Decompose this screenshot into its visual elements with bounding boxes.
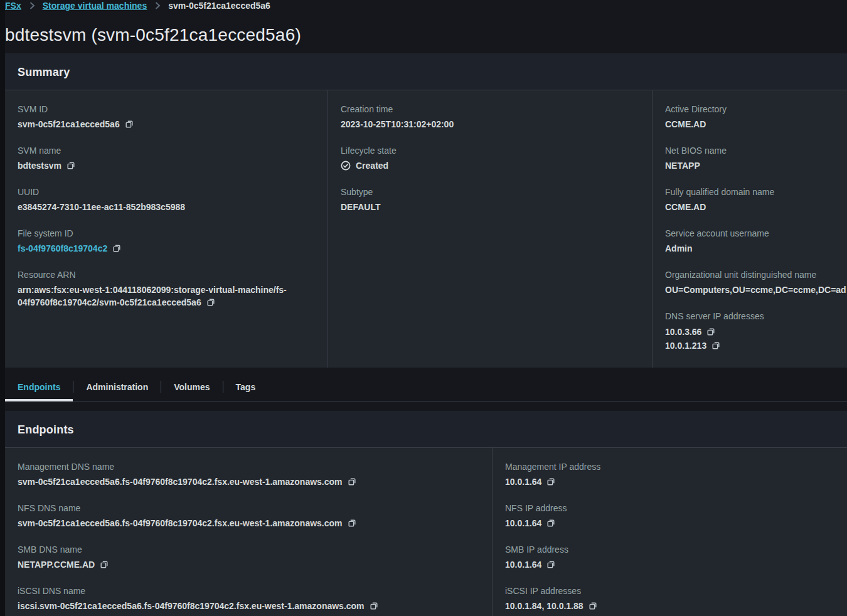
field-iscsi-dns-name: iSCSI DNS name iscsi.svm-0c5f21ca1ecced5… (18, 585, 479, 612)
copy-icon[interactable] (546, 477, 555, 486)
field-management-ip: Management IP address 10.0.1.64 (505, 460, 834, 488)
field-value: CCME.AD (665, 201, 706, 213)
field-label: UUID (18, 186, 315, 198)
field-value: 10.0.1.64 (505, 558, 541, 571)
field-value: svm-0c5f21ca1ecced5a6 (18, 118, 120, 130)
field-subtype: Subtype DEFAULT (341, 186, 639, 213)
breadcrumb-link-fsx[interactable]: FSx (5, 1, 21, 11)
page-left-gutter (0, 0, 5, 616)
field-label: SMB DNS name (18, 543, 479, 556)
field-label: Subtype (341, 186, 639, 198)
copy-icon[interactable] (206, 298, 215, 307)
copy-icon[interactable] (546, 560, 555, 569)
field-label: Fully qualified domain name (665, 186, 846, 198)
field-value: arn:aws:fsx:eu-west-1:044118062099:stora… (18, 285, 287, 307)
endpoints-grid: Management DNS name svm-0c5f21ca1ecced5a… (5, 448, 847, 616)
field-netbios-name: Net BIOS name NETAPP (665, 144, 846, 172)
copy-icon[interactable] (711, 341, 720, 350)
copy-icon[interactable] (125, 120, 134, 129)
endpoints-panel: Endpoints Management DNS name svm-0c5f21… (5, 411, 847, 616)
field-label: SVM name (18, 144, 315, 157)
check-circle-icon (341, 161, 351, 171)
field-svm-id: SVM ID svm-0c5f21ca1ecced5a6 (18, 103, 315, 130)
field-resource-arn: Resource ARN arn:aws:fsx:eu-west-1:04411… (18, 268, 315, 309)
copy-icon[interactable] (348, 519, 356, 528)
field-value: 2023-10-25T10:31:02+02:00 (341, 118, 454, 130)
field-nfs-ip: NFS IP address 10.0.1.64 (505, 502, 834, 529)
tab-tags[interactable]: Tags (223, 373, 269, 401)
field-value: 10.0.1.64 (505, 475, 541, 488)
field-management-dns-name: Management DNS name svm-0c5f21ca1ecced5a… (18, 460, 479, 488)
file-system-link[interactable]: fs-04f9760f8c19704c2 (18, 242, 107, 255)
chevron-right-icon (27, 1, 37, 11)
field-label: Management DNS name (18, 460, 479, 473)
copy-icon[interactable] (546, 519, 555, 528)
copy-icon[interactable] (100, 560, 109, 569)
field-iscsi-ips: iSCSI IP addresses 10.0.1.84, 10.0.1.88 (505, 585, 834, 612)
endpoints-column-1: Management DNS name svm-0c5f21ca1ecced5a… (5, 448, 493, 616)
breadcrumb: FSx Storage virtual machines svm-0c5f21c… (5, 0, 847, 11)
copy-icon[interactable] (112, 244, 121, 253)
field-smb-dns-name: SMB DNS name NETAPP.CCME.AD (18, 543, 479, 571)
summary-panel-header: Summary (5, 53, 847, 90)
field-smb-ip: SMB IP address 10.0.1.64 (505, 543, 834, 571)
field-dns-server-ips: DNS server IP addresses 10.0.3.66 10.0.1… (665, 310, 846, 353)
field-value: 10.0.1.84, 10.0.1.88 (505, 600, 583, 612)
status-badge: Created (356, 159, 388, 172)
field-label: Creation time (341, 103, 639, 115)
field-lifecycle-state: Lifecycle state Created (341, 144, 639, 172)
field-value: OU=Computers,OU=ccme,DC=ccme,DC=ad (665, 284, 846, 296)
field-value: DEFAULT (341, 201, 381, 213)
field-value: 10.0.1.64 (505, 517, 541, 529)
summary-title: Summary (18, 66, 834, 79)
field-value: NETAPP (665, 159, 700, 172)
field-value: e3845274-7310-11ee-ac11-852b983c5988 (18, 201, 185, 213)
field-nfs-dns-name: NFS DNS name svm-0c5f21ca1ecced5a6.fs-04… (18, 502, 479, 529)
breadcrumb-current: svm-0c5f21ca1ecced5a6 (168, 1, 270, 11)
field-label: Active Directory (665, 103, 846, 115)
field-label: Resource ARN (18, 268, 315, 281)
summary-column-2: Creation time 2023-10-25T10:31:02+02:00 … (328, 90, 653, 368)
summary-grid: SVM ID svm-0c5f21ca1ecced5a6 SVM name bd… (5, 90, 847, 368)
chevron-right-icon (152, 1, 162, 11)
tab-endpoints[interactable]: Endpoints (5, 373, 73, 401)
copy-icon[interactable] (67, 161, 75, 170)
field-label: iSCSI IP addresses (505, 585, 834, 597)
field-value: iscsi.svm-0c5f21ca1ecced5a6.fs-04f9760f8… (18, 600, 365, 612)
field-value: NETAPP.CCME.AD (18, 558, 95, 571)
endpoints-title: Endpoints (18, 423, 834, 437)
field-label: SVM ID (18, 103, 315, 115)
field-label: Service account username (665, 227, 846, 240)
endpoints-column-2: Management IP address 10.0.1.64 NFS IP a… (493, 448, 847, 616)
field-value: svm-0c5f21ca1ecced5a6.fs-04f9760f8c19704… (18, 517, 343, 529)
copy-icon[interactable] (706, 327, 715, 336)
field-uuid: UUID e3845274-7310-11ee-ac11-852b983c598… (18, 186, 315, 213)
tab-volumes[interactable]: Volumes (161, 373, 222, 401)
field-service-account-username: Service account username Admin (665, 227, 846, 255)
field-label: NFS DNS name (18, 502, 479, 514)
endpoints-panel-header: Endpoints (5, 411, 847, 448)
field-file-system-id: File system ID fs-04f9760f8c19704c2 (18, 227, 315, 255)
copy-icon[interactable] (348, 477, 356, 486)
tab-administration[interactable]: Administration (73, 373, 161, 401)
copy-icon[interactable] (589, 602, 597, 610)
page-title: bdtestsvm (svm-0c5f21ca1ecced5a6) (5, 25, 847, 45)
field-creation-time: Creation time 2023-10-25T10:31:02+02:00 (341, 103, 639, 130)
field-value: 10.0.3.66 (665, 325, 701, 339)
copy-icon[interactable] (370, 602, 378, 610)
field-value: CCME.AD (665, 118, 706, 130)
field-label: DNS server IP addresses (665, 310, 846, 322)
summary-panel: Summary SVM ID svm-0c5f21ca1ecced5a6 SVM… (5, 53, 847, 368)
field-label: Organizational unit distinguished name (665, 268, 846, 281)
summary-column-1: SVM ID svm-0c5f21ca1ecced5a6 SVM name bd… (5, 90, 328, 368)
field-value: svm-0c5f21ca1ecced5a6.fs-04f9760f8c19704… (18, 475, 343, 488)
breadcrumb-link-storage-virtual-machines[interactable]: Storage virtual machines (43, 1, 147, 11)
field-label: Lifecycle state (341, 144, 639, 157)
summary-column-3: Active Directory CCME.AD Net BIOS name N… (653, 90, 847, 368)
field-svm-name: SVM name bdtestsvm (18, 144, 315, 172)
field-value: 10.0.1.213 (665, 339, 706, 353)
field-label: File system ID (18, 227, 315, 240)
field-label: Net BIOS name (665, 144, 846, 157)
field-value: bdtestsvm (18, 159, 61, 172)
field-label: iSCSI DNS name (18, 585, 479, 597)
